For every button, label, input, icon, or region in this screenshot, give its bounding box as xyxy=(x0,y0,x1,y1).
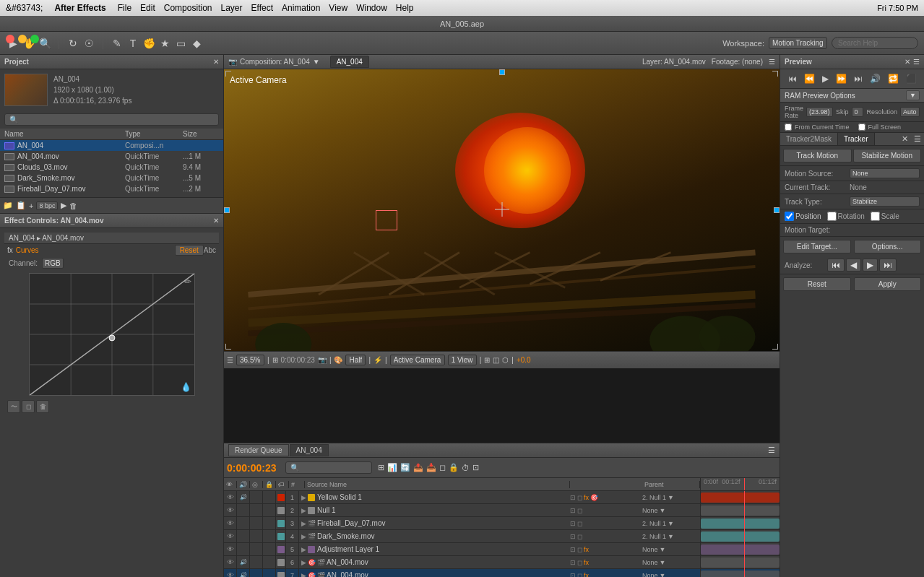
tracker-options-icon[interactable]: ☰ xyxy=(911,133,924,145)
tracker2mask-tab[interactable]: Tracker2Mask xyxy=(780,133,838,145)
preview-play[interactable]: ▶ xyxy=(819,72,832,85)
analyze-forward[interactable]: ▶ xyxy=(863,259,878,272)
preview-skip-start[interactable]: ⏮ xyxy=(785,72,800,85)
analyze-end[interactable]: ⏭ xyxy=(879,259,897,272)
layer-4-lock[interactable] xyxy=(263,530,276,542)
layer-6-audio[interactable]: 🔊 xyxy=(237,556,250,568)
layer-6-parent-arrow[interactable]: ▼ xyxy=(660,559,666,566)
edit-target-button[interactable]: Edit Target... xyxy=(783,240,851,253)
from-current-checkbox[interactable] xyxy=(785,123,792,131)
options-button[interactable]: Options... xyxy=(854,240,922,253)
layer-4-audio[interactable] xyxy=(237,530,250,542)
viewer-camera-icon2[interactable]: 📷 xyxy=(318,356,327,364)
track-4[interactable] xyxy=(701,530,780,543)
new-folder-icon[interactable]: 📁 xyxy=(3,201,13,210)
layer-6-lock[interactable] xyxy=(263,556,276,568)
curves-btn-3[interactable]: 🗑 xyxy=(36,400,49,413)
eyedropper-icon[interactable]: 💧 xyxy=(181,382,191,392)
viewer-grid-icon[interactable]: ☰ xyxy=(227,356,233,364)
stamp-tool[interactable]: ★ xyxy=(157,36,172,51)
close-button[interactable] xyxy=(6,35,14,43)
layer-1-vis[interactable]: 👁 xyxy=(224,491,237,503)
menu-layer[interactable]: Layer xyxy=(220,3,242,13)
project-search-input[interactable] xyxy=(4,113,219,126)
handle-right[interactable] xyxy=(774,207,780,213)
frame-rate-select[interactable]: (23.98) xyxy=(806,107,833,117)
motion-source-select[interactable]: None xyxy=(850,168,920,178)
menu-effect[interactable]: Effect xyxy=(251,3,273,13)
search-help-input[interactable] xyxy=(832,37,918,49)
layer-row-1[interactable]: 👁 🔊 1 ▶ Yellow Solid 1 xyxy=(224,491,700,504)
timeline-icon-9[interactable]: ⊡ xyxy=(472,463,479,472)
preview-stop[interactable]: ⬛ xyxy=(903,72,920,85)
layer-6-expand[interactable]: ▶ xyxy=(301,559,306,566)
track-type-select[interactable]: Stabilize xyxy=(850,196,920,207)
comp-timeline-tab[interactable]: AN_004 xyxy=(290,444,329,456)
preview-step-forward[interactable]: ⏩ xyxy=(833,72,850,85)
layer-5-vis[interactable]: 👁 xyxy=(224,543,237,555)
layer-3-expand[interactable]: ▶ xyxy=(301,520,306,527)
analyze-back[interactable]: ◀ xyxy=(846,259,861,272)
timeline-icon-6[interactable]: ◻ xyxy=(439,463,446,472)
layer-1-parent[interactable]: 2. Null 1 ▼ xyxy=(642,494,700,501)
layer-5-solo[interactable] xyxy=(250,543,263,555)
project-file-item-an004[interactable]: AN_004 Composi...n xyxy=(0,140,223,151)
menu-file[interactable]: File xyxy=(118,3,131,13)
layer-3-parent[interactable]: 2. Null 1 ▼ xyxy=(642,520,700,527)
viewer-options-icon[interactable]: ☰ xyxy=(769,58,775,66)
layer-7-vis[interactable]: 👁 xyxy=(224,569,237,577)
layer-7-expand[interactable]: ▶ xyxy=(301,572,306,578)
layer-5-fx[interactable]: fx xyxy=(584,546,589,553)
layer-3-sw1[interactable]: ⊡ xyxy=(570,520,576,527)
track-motion-button[interactable]: Track Motion xyxy=(783,149,852,162)
layer-row-7[interactable]: 👁 🔊 7 ▶ 🎯 🎬 AN_004.mov xyxy=(224,569,700,577)
layer-1-sw2[interactable]: ◻ xyxy=(577,494,582,501)
layer-2-parent[interactable]: None ▼ xyxy=(642,507,700,514)
layer-1-lock[interactable] xyxy=(263,491,276,503)
viewer-zoom-select[interactable]: 36.5% xyxy=(236,355,264,365)
layer-5-expand[interactable]: ▶ xyxy=(301,546,306,553)
layer-1-solo[interactable] xyxy=(250,491,263,503)
track-3[interactable] xyxy=(701,517,780,530)
layer-3-sw2[interactable]: ◻ xyxy=(577,520,582,527)
preview-loop[interactable]: 🔁 xyxy=(885,72,902,85)
layer-7-sw1[interactable]: ⊡ xyxy=(570,572,576,578)
ram-options-dropdown[interactable]: ▼ xyxy=(906,90,920,100)
preview-skip-end[interactable]: ⏭ xyxy=(851,72,865,85)
timeline-icon-4[interactable]: 📤 xyxy=(413,463,423,472)
apple-menu[interactable]: &#63743; xyxy=(6,3,43,13)
tracker-region-box[interactable] xyxy=(376,210,397,230)
layer-4-sw2[interactable]: ◻ xyxy=(577,533,582,540)
layer-6-sw2[interactable]: ◻ xyxy=(577,559,582,566)
project-file-item-darksmoke[interactable]: Dark_Smoke.mov QuickTime ...5 M xyxy=(0,173,223,183)
menu-edit[interactable]: Edit xyxy=(140,3,155,13)
project-file-item-fireball[interactable]: Fireball_Day_07.mov QuickTime ...2 M xyxy=(0,183,223,194)
project-panel-close[interactable]: ✕ xyxy=(213,58,219,66)
project-file-item-clouds[interactable]: Clouds_03.mov QuickTime 9.4 M xyxy=(0,162,223,173)
resolution-select[interactable]: Auto xyxy=(900,107,920,117)
col-header-size[interactable]: Size xyxy=(183,130,219,138)
layer-7-sw2[interactable]: ◻ xyxy=(577,572,582,578)
layer-5-sw2[interactable]: ◻ xyxy=(577,546,582,553)
viewer-mask-icon[interactable]: ◫ xyxy=(493,356,499,364)
layer-6-solo[interactable] xyxy=(250,556,263,568)
layer-6-sw1[interactable]: ⊡ xyxy=(570,559,576,566)
viewer-grid-icon2[interactable]: ⊞ xyxy=(484,356,490,364)
timeline-icon-8[interactable]: ⏱ xyxy=(462,464,470,472)
layer-row-3[interactable]: 👁 3 ▶ 🎬 Fireball_Day_07.mov xyxy=(224,517,700,530)
menu-window[interactable]: Window xyxy=(356,3,387,13)
layer-7-parent-arrow[interactable]: ▼ xyxy=(660,572,666,578)
layer-2-sw2[interactable]: ◻ xyxy=(577,507,582,514)
col-header-type[interactable]: Type xyxy=(125,130,183,138)
layer-1-audio[interactable]: 🔊 xyxy=(237,491,250,503)
timeline-icon-1[interactable]: ⊞ xyxy=(378,463,384,472)
preview-panel-close[interactable]: ✕ xyxy=(904,58,910,66)
workspace-dropdown[interactable]: Motion Tracking xyxy=(769,37,827,49)
timeline-timecode[interactable]: 0:00:00:23 xyxy=(227,462,277,474)
menu-help[interactable]: Help xyxy=(396,3,414,13)
curves-btn-2[interactable]: ◻ xyxy=(22,400,35,413)
maximize-button[interactable] xyxy=(30,35,39,43)
col-header-name[interactable]: Name xyxy=(4,130,125,138)
pen-tool[interactable]: ✎ xyxy=(110,36,124,51)
tracker-close[interactable]: ✕ xyxy=(899,133,911,145)
